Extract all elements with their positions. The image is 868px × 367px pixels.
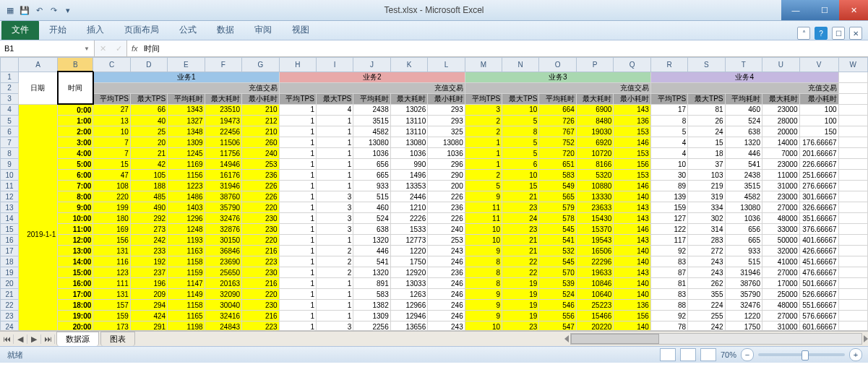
data-cell[interactable]: 236	[428, 267, 465, 278]
data-cell[interactable]: 10880	[576, 181, 614, 191]
data-cell[interactable]: 32876	[205, 224, 242, 235]
col-header-D[interactable]: D	[130, 58, 167, 72]
data-cell[interactable]: 476.66667	[799, 267, 838, 278]
data-cell[interactable]: 20163	[205, 278, 242, 289]
time-cell-11[interactable]: 7:00	[58, 181, 93, 191]
data-cell[interactable]: 4582	[353, 126, 391, 137]
data-cell[interactable]: 25223	[576, 300, 614, 311]
data-cell[interactable]: 24	[502, 213, 539, 224]
data-cell[interactable]: 22456	[205, 126, 242, 137]
row-header-1[interactable]: 1	[1, 72, 19, 82]
data-cell[interactable]: 1	[279, 289, 316, 300]
ribbon-tab-review[interactable]: 审阅	[244, 20, 282, 40]
col-header-M[interactable]: M	[465, 58, 502, 72]
data-cell[interactable]: 1223	[168, 181, 205, 191]
data-cell[interactable]: 565	[539, 191, 577, 202]
data-cell[interactable]: 21	[502, 191, 539, 202]
data-cell[interactable]: 21	[502, 246, 539, 256]
data-cell[interactable]: 2438	[725, 170, 762, 181]
data-cell[interactable]: 83	[650, 256, 687, 267]
data-cell[interactable]: 1163	[168, 246, 205, 256]
data-cell[interactable]: 117	[650, 235, 687, 246]
data-cell[interactable]: 230	[242, 224, 280, 235]
data-cell[interactable]: 515	[353, 191, 391, 202]
data-cell[interactable]: 7	[93, 148, 130, 159]
data-cell[interactable]: 656	[353, 159, 391, 170]
data-cell[interactable]: 173	[93, 321, 130, 332]
data-cell[interactable]: 8480	[576, 116, 614, 126]
select-all-corner[interactable]	[1, 58, 19, 72]
col-header-W[interactable]: W	[838, 58, 867, 72]
col-header-B[interactable]: B	[58, 58, 93, 72]
data-cell[interactable]: 237	[130, 267, 167, 278]
data-cell[interactable]: 656	[725, 224, 762, 235]
data-cell[interactable]: 541	[539, 235, 577, 246]
col-header-G[interactable]: G	[242, 58, 280, 72]
col-header-R[interactable]: R	[650, 58, 687, 72]
data-cell[interactable]: 1210	[390, 202, 428, 213]
data-cell[interactable]: 1	[279, 246, 316, 256]
time-cell-5[interactable]: 1:00	[58, 116, 93, 126]
data-cell[interactable]: 111	[93, 278, 130, 289]
row-header-13[interactable]: 13	[1, 202, 19, 213]
data-cell[interactable]: 50000	[762, 235, 800, 246]
col-header-F[interactable]: F	[205, 58, 242, 72]
data-cell[interactable]: 1165	[168, 311, 205, 321]
data-cell[interactable]: 376.66667	[799, 224, 838, 235]
data-cell[interactable]: 1533	[390, 224, 428, 235]
data-cell[interactable]: 4	[650, 148, 687, 159]
data-cell[interactable]: 570	[539, 267, 577, 278]
save-icon[interactable]: 💾	[19, 4, 30, 16]
data-cell[interactable]: 1296	[168, 213, 205, 224]
data-cell[interactable]: 1750	[725, 321, 762, 332]
time-cell-14[interactable]: 10:00	[58, 213, 93, 224]
data-cell[interactable]: 3515	[725, 181, 762, 191]
data-cell[interactable]: 146	[614, 224, 651, 235]
data-cell[interactable]: 27	[93, 104, 130, 116]
data-cell[interactable]: 1149	[168, 289, 205, 300]
data-cell[interactable]: 27000	[762, 202, 800, 213]
data-cell[interactable]: 8166	[576, 159, 614, 170]
help-icon[interactable]: ?	[815, 27, 828, 40]
data-cell[interactable]: 246	[428, 256, 465, 267]
data-cell[interactable]: 556	[539, 311, 577, 321]
data-cell[interactable]: 100	[799, 116, 838, 126]
data-cell[interactable]: 47	[93, 170, 130, 181]
data-cell[interactable]: 216	[242, 246, 280, 256]
data-cell[interactable]: 11	[465, 213, 502, 224]
data-cell[interactable]: 426.66667	[799, 246, 838, 256]
cancel-icon[interactable]: ✕	[95, 44, 111, 53]
maximize-button[interactable]: ☐	[810, 0, 839, 20]
data-cell[interactable]: 7000	[762, 148, 800, 159]
data-cell[interactable]: 1	[279, 300, 316, 311]
data-cell[interactable]: 292	[130, 213, 167, 224]
data-cell[interactable]: 1343	[168, 104, 205, 116]
col-header-O[interactable]: O	[539, 58, 577, 72]
data-cell[interactable]: 22296	[576, 256, 614, 267]
data-cell[interactable]: 140	[614, 278, 651, 289]
sheet-prev-icon[interactable]: ◀	[14, 334, 27, 344]
col-header-N[interactable]: N	[502, 58, 539, 72]
data-cell[interactable]: 19543	[576, 235, 614, 246]
data-cell[interactable]: 243	[428, 246, 465, 256]
data-cell[interactable]: 19	[502, 278, 539, 289]
data-cell[interactable]: 355	[688, 289, 725, 300]
col-header-C[interactable]: C	[93, 58, 130, 72]
data-cell[interactable]: 236	[428, 202, 465, 213]
data-cell[interactable]: 26	[688, 116, 725, 126]
data-cell[interactable]: 105	[130, 170, 167, 181]
data-cell[interactable]: 1	[316, 278, 353, 289]
time-cell-13[interactable]: 9:00	[58, 202, 93, 213]
data-cell[interactable]: 8	[650, 116, 687, 126]
data-cell[interactable]: 199	[93, 202, 130, 213]
data-cell[interactable]: 23000	[762, 159, 800, 170]
data-cell[interactable]: 159	[650, 202, 687, 213]
data-cell[interactable]: 1036	[353, 148, 391, 159]
formula-bar[interactable]: fx 时间	[127, 40, 868, 56]
scroll-thumb[interactable]	[571, 334, 659, 344]
row-header-17[interactable]: 17	[1, 246, 19, 256]
row-header-10[interactable]: 10	[1, 170, 19, 181]
data-cell[interactable]: 18	[688, 148, 725, 159]
data-cell[interactable]: 1036	[428, 148, 465, 159]
data-cell[interactable]: 13656	[390, 321, 428, 332]
